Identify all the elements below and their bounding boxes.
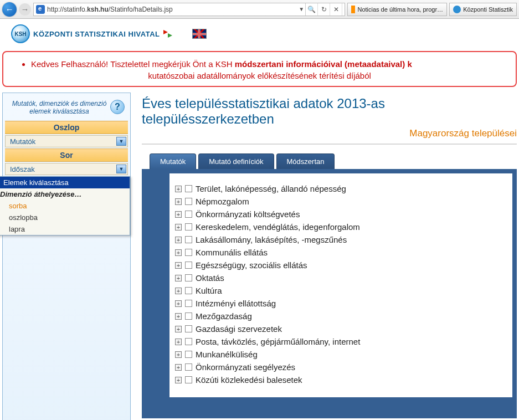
expand-icon[interactable]: +: [175, 288, 182, 294]
logo-text: KÖZPONTI STATISZTIKAI HIVATAL: [33, 30, 160, 38]
address-bar[interactable]: http://statinfo.ksh.hu/Statinfo/haDetail…: [33, 3, 345, 16]
tree-item-label[interactable]: Kultúra: [196, 286, 222, 295]
expand-icon[interactable]: +: [175, 364, 182, 371]
expand-icon[interactable]: +: [175, 300, 182, 307]
tab-definiciok[interactable]: Mutató definíciók: [198, 153, 274, 169]
checkbox[interactable]: [185, 211, 192, 218]
tree-item-label[interactable]: Egészségügy, szociális ellátás: [196, 260, 307, 270]
tree-item: +Posta, távközlés, gépjárműállomány, int…: [175, 335, 507, 348]
expand-icon[interactable]: +: [175, 262, 182, 269]
tree-item-label[interactable]: Lakásállomány, lakásépítés, -megszűnés: [196, 235, 347, 244]
expand-icon[interactable]: +: [175, 339, 182, 345]
help-button[interactable]: ?: [110, 100, 125, 114]
checkbox[interactable]: [185, 313, 192, 320]
search-icon[interactable]: 🔍: [306, 3, 318, 16]
stop-icon[interactable]: ✕: [330, 3, 342, 16]
tree-item: +Népmozgalom: [175, 195, 507, 208]
expand-icon[interactable]: +: [175, 351, 182, 358]
checkbox[interactable]: [185, 363, 192, 371]
context-menu: Elemek kiválasztása Dimenzió áthelyezése…: [0, 176, 130, 235]
checkbox[interactable]: [185, 325, 192, 332]
expand-icon[interactable]: +: [175, 186, 182, 192]
checkbox[interactable]: [185, 351, 192, 358]
expand-icon[interactable]: +: [175, 275, 182, 281]
tree-item-label[interactable]: Terület, lakónépesség, állandó népesség: [196, 184, 346, 193]
tree-item-label[interactable]: Mezőgazdaság: [196, 311, 252, 321]
tree-item-label[interactable]: Kereskedelem, vendéglátás, idegenforgalo…: [196, 222, 360, 232]
refresh-icon[interactable]: ↻: [318, 3, 330, 16]
tree-item: +Közúti közlekedési balesetek: [175, 373, 507, 386]
browser-tab-ksh[interactable]: Központi Statisztik: [449, 3, 517, 16]
forward-button[interactable]: →: [19, 3, 31, 16]
expand-icon[interactable]: +: [175, 313, 182, 320]
tree-item: +Kultúra: [175, 284, 507, 297]
ctx-item-oszlopba[interactable]: oszlopba: [0, 212, 130, 223]
sidebar-header-column: Oszlop: [5, 121, 128, 134]
checkbox[interactable]: [185, 249, 192, 256]
sidebar-header-row: Sor: [5, 148, 128, 162]
tab-modszertan[interactable]: Módszertan: [276, 153, 335, 169]
ctx-item-select[interactable]: Elemek kiválasztása: [0, 177, 130, 188]
expand-icon[interactable]: +: [175, 326, 182, 332]
tree-item: +Önkormányzati segélyezés: [175, 361, 507, 373]
checkbox[interactable]: [185, 300, 192, 307]
ctx-item-sorba[interactable]: sorba: [0, 200, 130, 212]
dropdown-idoszak[interactable]: Időszak ▼: [5, 163, 128, 175]
tree-item-label[interactable]: Önkormányzati költségvetés: [196, 209, 300, 219]
tree-item: +Lakásállomány, lakásépítés, -megszűnés: [175, 233, 507, 246]
logo[interactable]: KSH KÖZPONTI STATISZTIKAI HIVATAL: [11, 24, 176, 43]
checkbox[interactable]: [185, 236, 192, 243]
tree-item-label[interactable]: Intézményi ellátottság: [196, 299, 276, 308]
dropdown-label: Mutatók: [10, 137, 35, 146]
tree-item-label[interactable]: Posta, távközlés, gépjárműállomány, inte…: [196, 337, 360, 346]
tree-item: +Gazdasági szervezetek: [175, 322, 507, 335]
checkbox[interactable]: [185, 287, 192, 294]
back-button[interactable]: ←: [2, 2, 17, 17]
tree-item-label[interactable]: Önkormányzati segélyezés: [196, 362, 295, 372]
checkbox[interactable]: [185, 338, 192, 345]
ctx-item-lapra[interactable]: lapra: [0, 223, 130, 235]
sidebar: Mutatók, dimenziók és dimenzió elemek ki…: [2, 93, 131, 420]
expand-icon[interactable]: +: [175, 211, 182, 218]
browser-chrome: ← → http://statinfo.ksh.hu/Statinfo/haDe…: [0, 0, 519, 19]
tree-item: +Mezőgazdaság: [175, 310, 507, 322]
tree-item-label[interactable]: Gazdasági szervezetek: [196, 324, 282, 334]
dropdown-mutato[interactable]: Mutatók ▼: [5, 135, 128, 147]
expand-icon[interactable]: +: [175, 224, 182, 231]
site-header: KSH KÖZPONTI STATISZTIKAI HIVATAL: [0, 19, 519, 47]
tree-item-label[interactable]: Közúti közlekedési balesetek: [196, 375, 302, 385]
tree-item: +Egészségügy, szociális ellátás: [175, 259, 507, 272]
chevron-down-icon[interactable]: ▼: [116, 137, 126, 146]
chevron-down-icon[interactable]: ▼: [116, 165, 126, 173]
url-dropdown-icon[interactable]: ▼: [297, 6, 305, 12]
tree-item: +Önkormányzati költségvetés: [175, 208, 507, 221]
notice-line-2: kutatószobai adatállományok előkészítésé…: [17, 71, 502, 80]
checkbox[interactable]: [185, 223, 192, 231]
checkbox[interactable]: [185, 376, 192, 383]
url-controls: 🔍 ↻ ✕: [305, 3, 342, 16]
main-panel: Éves településstatisztikai adatok 2013-a…: [137, 93, 517, 420]
tree-item: +Oktatás: [175, 272, 507, 284]
ie-icon: [36, 5, 45, 14]
checkbox[interactable]: [185, 274, 192, 281]
tree-list: +Terület, lakónépesség, állandó népesség…: [175, 182, 507, 386]
sidebar-title: Mutatók, dimenziók és dimenzió elemek ki…: [8, 100, 110, 115]
checkbox[interactable]: [185, 262, 192, 269]
logo-arrows-icon: [163, 29, 176, 39]
page-subtitle: Magyarország települései: [142, 128, 517, 145]
expand-icon[interactable]: +: [175, 237, 182, 243]
tree-item-label[interactable]: Kommunális ellátás: [196, 248, 268, 257]
tree-item-label[interactable]: Munkanélküliség: [196, 350, 258, 359]
expand-icon[interactable]: +: [175, 249, 182, 256]
tree-item: +Kommunális ellátás: [175, 246, 507, 259]
uk-flag-icon[interactable]: [192, 29, 207, 39]
tree-item-label[interactable]: Népmozgalom: [196, 197, 249, 206]
expand-icon[interactable]: +: [175, 377, 182, 383]
tree-item-label[interactable]: Oktatás: [196, 273, 224, 283]
checkbox[interactable]: [185, 198, 192, 205]
logo-bubble-icon: KSH: [11, 24, 30, 43]
expand-icon[interactable]: +: [175, 198, 182, 205]
browser-tab-rtve[interactable]: Noticias de última hora, progr…: [347, 3, 447, 16]
checkbox[interactable]: [185, 185, 192, 192]
tab-mutato[interactable]: Mutatók: [150, 153, 196, 169]
